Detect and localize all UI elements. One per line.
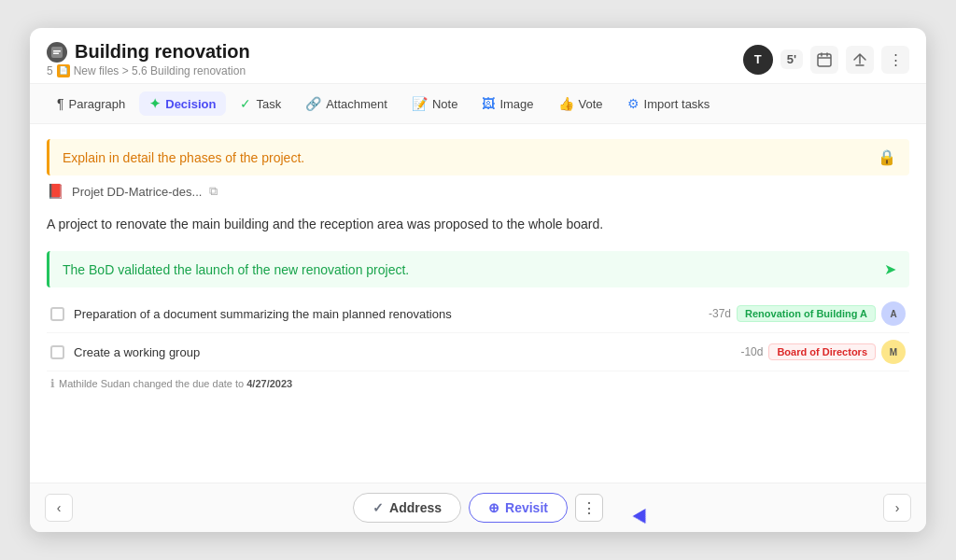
change-note-date: 4/27/2023 [246,378,292,389]
toolbar-paragraph[interactable]: ¶ Paragraph [47,91,135,116]
avatar-1: A [881,301,906,326]
task-list: Preparation of a document summarizing th… [47,295,909,371]
timer-badge: 5' [780,49,803,69]
revisit-button[interactable]: ⊕ Revisit [469,493,568,523]
change-note-text: Mathilde Sudan changed the due date to 4… [59,378,292,389]
attachment-filename[interactable]: Projet DD-Matrice-des... [72,185,202,199]
content-area: Explain in detail the phases of the proj… [30,124,926,483]
main-window: Building renovation 5 📄 New files > 5.6 … [30,28,926,532]
decision-highlight: The BoD validated the launch of the new … [47,251,909,287]
prev-button[interactable]: ‹ [45,494,73,522]
plus-icon: ⊕ [488,500,499,515]
task-meta-1: -37d Renovation of Building A A [709,301,906,326]
toolbar-task[interactable]: ✓ Task [230,91,291,116]
avatar-2: M [881,340,906,364]
prompt-block: Explain in detail the phases of the proj… [47,139,909,175]
task-checkbox-1[interactable] [50,307,64,321]
task-meta-2: -10d Board of Directors M [740,340,906,364]
next-button[interactable]: › [883,494,911,522]
toolbar-note[interactable]: 📝 Note [401,91,468,116]
info-icon: ℹ [50,377,55,390]
table-row: Preparation of a document summarizing th… [47,295,909,333]
toolbar-vote[interactable]: 👍 Vote [548,91,613,116]
decision-icon: ✦ [149,96,161,111]
file-attachment: 📕 Projet DD-Matrice-des... ⧉ [47,175,909,207]
file-icon: 📄 [57,64,70,77]
task-days-2: -10d [740,345,763,358]
toolbar-attachment[interactable]: 🔗 Attachment [295,91,398,116]
calendar-icon-btn[interactable] [810,46,838,74]
title-left: Building renovation 5 📄 New files > 5.6 … [47,41,250,77]
check-icon: ✓ [373,500,384,515]
footer: ‹ ✓ Address ⊕ Revisit ⋮ › [30,483,926,532]
pdf-icon: 📕 [47,183,64,200]
address-button[interactable]: ✓ Address [353,493,461,523]
task-tag-1[interactable]: Renovation of Building A [737,305,876,322]
image-icon: 🖼 [482,96,495,111]
title-right: T 5' ⋮ [743,45,909,75]
change-note: ℹ Mathilde Sudan changed the due date to… [47,371,909,396]
copy-icon[interactable]: ⧉ [209,184,218,199]
svg-rect-1 [53,50,61,52]
toolbar-decision[interactable]: ✦ Decision [139,91,226,116]
arrow-icon: ➤ [884,260,896,278]
avatar: T [743,45,773,75]
paragraph-icon: ¶ [57,96,64,111]
task-days-1: -37d [709,307,731,320]
attachment-icon: 🔗 [305,96,321,111]
share-icon-btn[interactable] [846,46,874,74]
task-label-1: Preparation of a document summarizing th… [74,307,699,321]
task-icon: ✓ [240,96,251,111]
svg-rect-2 [53,52,59,54]
task-label-2: Create a working group [74,345,731,359]
toolbar: ¶ Paragraph ✦ Decision ✓ Task 🔗 Attachme… [30,84,926,124]
import-icon: ⚙ [627,96,640,111]
prompt-text: Explain in detail the phases of the proj… [63,150,304,165]
svg-rect-3 [818,54,831,66]
lock-icon: 🔒 [878,148,896,166]
window-title: Building renovation [47,41,250,63]
title-bar: Building renovation 5 📄 New files > 5.6 … [30,28,926,84]
toolbar-import-tasks[interactable]: ⚙ Import tasks [617,91,721,116]
paragraph-text: A project to renovate the main building … [47,207,909,242]
breadcrumb: 5 📄 New files > 5.6 Building renovation [47,64,250,77]
table-row: Create a working group -10d Board of Dir… [47,333,909,371]
more-icon-btn[interactable]: ⋮ [881,46,909,74]
vote-icon: 👍 [558,96,574,111]
svg-rect-0 [51,47,63,58]
task-checkbox-2[interactable] [50,345,64,359]
task-tag-2[interactable]: Board of Directors [768,343,876,360]
footer-more-button[interactable]: ⋮ [575,494,603,522]
toolbar-image[interactable]: 🖼 Image [471,91,543,116]
footer-actions: ✓ Address ⊕ Revisit ⋮ [353,493,603,523]
note-icon: 📝 [412,96,428,111]
prompt-highlight: Explain in detail the phases of the proj… [47,139,909,175]
title-icon [47,42,67,63]
decision-text: The BoD validated the launch of the new … [63,262,409,277]
